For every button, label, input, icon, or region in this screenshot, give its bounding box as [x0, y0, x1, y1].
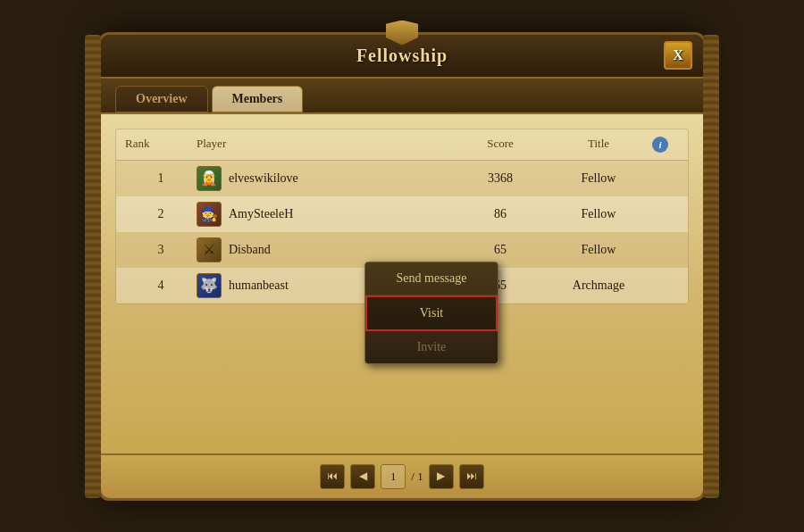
- avatar-2: 🧙: [197, 202, 222, 227]
- player-2-cell: 🧙 AmySteeleH: [197, 202, 456, 227]
- fellowship-window: Fellowship X Overview Members Rank Playe…: [98, 32, 706, 501]
- window-title: Fellowship: [356, 46, 448, 65]
- rank-4: 4: [125, 278, 197, 293]
- last-page-button[interactable]: ⏭: [459, 464, 484, 489]
- first-page-button[interactable]: ⏮: [320, 464, 345, 489]
- title-3: Fellow: [545, 243, 652, 257]
- col-player: Player: [197, 137, 456, 153]
- table-row[interactable]: 2 🧙 AmySteeleH 86 Fellow: [116, 196, 688, 232]
- avatar-4: 🐺: [197, 273, 222, 298]
- score-2: 86: [456, 207, 545, 221]
- title-bar: Fellowship X: [101, 35, 703, 79]
- score-3: 65: [456, 243, 545, 257]
- tabs-bar: Overview Members: [101, 79, 703, 114]
- score-1: 3368: [456, 171, 545, 186]
- ctx-visit[interactable]: Visit: [365, 295, 498, 331]
- avatar-3: ⚔: [197, 237, 222, 262]
- col-score: Score: [456, 137, 545, 153]
- info-icon[interactable]: i: [652, 137, 668, 153]
- ctx-send-message[interactable]: Send message: [365, 262, 498, 295]
- table-row[interactable]: 1 🧝 elveswikilove 3368 Fellow: [116, 161, 688, 196]
- total-pages: / 1: [411, 470, 423, 484]
- tab-members[interactable]: Members: [212, 86, 304, 112]
- info-icon-container: i: [652, 137, 679, 153]
- pagination-bar: ⏮ ◀ 1 / 1 ▶ ⏭: [101, 453, 703, 498]
- next-page-button[interactable]: ▶: [429, 464, 454, 489]
- player-1-cell: 🧝 elveswikilove: [197, 166, 456, 191]
- close-button[interactable]: X: [664, 41, 692, 70]
- tab-overview[interactable]: Overview: [115, 86, 208, 112]
- rank-2: 2: [125, 207, 197, 221]
- prev-page-button[interactable]: ◀: [350, 464, 375, 489]
- player-3-cell: ⚔ Disband: [197, 237, 456, 262]
- player-1-name: elveswikilove: [229, 171, 298, 186]
- title-1: Fellow: [545, 171, 652, 186]
- emblem-shield: [386, 21, 418, 46]
- context-menu: Send message Visit Invite: [364, 262, 498, 364]
- player-4-name: humanbeast: [229, 278, 289, 293]
- title-2: Fellow: [545, 207, 652, 221]
- col-rank: Rank: [125, 137, 197, 153]
- rank-3: 3: [125, 243, 197, 257]
- table-header: Rank Player Score Title i: [116, 129, 688, 161]
- title-4: Archmage: [545, 278, 652, 293]
- player-2-name: AmySteeleH: [229, 207, 293, 221]
- main-content: Rank Player Score Title i 1 🧝 elveswikil…: [101, 114, 703, 453]
- player-3-name: Disband: [229, 243, 271, 257]
- rank-1: 1: [125, 171, 197, 186]
- col-title: Title: [545, 137, 652, 153]
- ctx-invite: Invite: [365, 331, 498, 363]
- emblem: [382, 19, 422, 47]
- current-page: 1: [381, 464, 406, 489]
- avatar-1: 🧝: [197, 166, 222, 191]
